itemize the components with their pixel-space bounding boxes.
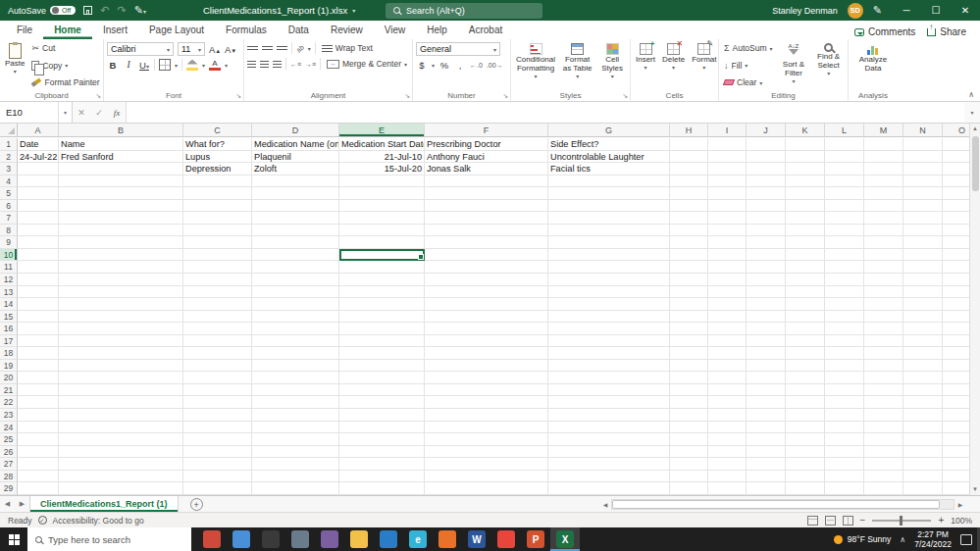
cell-N29[interactable] <box>903 482 943 495</box>
cell-B5[interactable] <box>59 187 183 200</box>
cell-B14[interactable] <box>59 298 183 311</box>
cell-B11[interactable] <box>59 261 183 274</box>
cell-E1[interactable]: Medication Start Date <box>339 138 425 151</box>
cell-E2[interactable]: 21-Jul-10 <box>339 151 425 164</box>
cell-J5[interactable] <box>747 187 786 200</box>
cell-A28[interactable] <box>18 471 59 483</box>
column-header-K[interactable]: K <box>786 124 825 136</box>
cell-J8[interactable] <box>747 225 786 237</box>
cell-F16[interactable] <box>425 323 548 335</box>
cell-D7[interactable] <box>252 212 339 225</box>
cell-L3[interactable] <box>825 163 864 175</box>
page-break-view-button[interactable] <box>843 516 853 526</box>
cell-B12[interactable] <box>59 274 183 286</box>
cell-G3[interactable]: Facial tics <box>548 163 670 175</box>
cell-E20[interactable] <box>339 372 425 384</box>
taskbar-app-excel[interactable]: X <box>550 527 580 551</box>
cell-C19[interactable] <box>183 360 252 373</box>
cell-B7[interactable] <box>59 212 183 225</box>
cell-E16[interactable] <box>339 323 425 335</box>
taskbar-app-word[interactable]: W <box>462 527 491 551</box>
cell-L9[interactable] <box>825 236 864 249</box>
cell-A27[interactable] <box>18 458 59 471</box>
cell-I8[interactable] <box>708 225 747 237</box>
cell-A3[interactable] <box>18 163 59 175</box>
cell-G28[interactable] <box>548 471 670 483</box>
cell-E6[interactable] <box>339 200 425 213</box>
cell-F1[interactable]: Prescribing Doctor <box>425 138 548 151</box>
cell-D9[interactable] <box>252 236 339 249</box>
cell-D6[interactable] <box>252 200 339 213</box>
cell-L4[interactable] <box>825 175 864 188</box>
cell-N24[interactable] <box>903 422 943 434</box>
cell-D24[interactable] <box>252 422 339 434</box>
notification-center-icon[interactable] <box>960 534 972 545</box>
cell-H2[interactable] <box>670 151 708 164</box>
cell-E26[interactable] <box>339 446 425 459</box>
cell-D4[interactable] <box>252 175 339 188</box>
cell-M25[interactable] <box>864 433 903 446</box>
cell-B8[interactable] <box>59 225 183 237</box>
cell-I9[interactable] <box>708 236 747 249</box>
delete-cells-button[interactable]: ✕ Delete▾ <box>660 42 687 88</box>
cell-F12[interactable] <box>425 274 548 286</box>
cell-N14[interactable] <box>903 298 943 311</box>
cell-D21[interactable] <box>252 384 339 397</box>
format-cells-button[interactable]: ✎ Format▾ <box>690 42 718 88</box>
cell-A9[interactable] <box>18 236 59 249</box>
cell-N7[interactable] <box>903 212 943 225</box>
sheet-nav-left-icon[interactable]: ◀ <box>0 496 15 512</box>
cell-I15[interactable] <box>708 311 747 324</box>
cell-G23[interactable] <box>548 409 670 422</box>
cell-K13[interactable] <box>786 286 825 299</box>
cell-M18[interactable] <box>864 347 903 360</box>
maximize-button[interactable]: ☐ <box>921 0 951 21</box>
cell-M27[interactable] <box>864 458 903 471</box>
cell-I28[interactable] <box>708 471 747 483</box>
cell-E18[interactable] <box>339 347 425 360</box>
cell-L15[interactable] <box>825 311 864 324</box>
cell-H20[interactable] <box>670 372 708 384</box>
row-header-8[interactable]: 8 <box>0 225 18 237</box>
weather-widget[interactable]: 98°F Sunny <box>834 534 892 544</box>
cell-A2[interactable]: 24-Jul-22 <box>18 151 59 164</box>
cell-N16[interactable] <box>903 323 943 335</box>
cell-N26[interactable] <box>903 446 943 459</box>
cell-L8[interactable] <box>825 225 864 237</box>
column-header-I[interactable]: I <box>708 124 747 136</box>
expand-formula-bar-icon[interactable]: ▾ <box>964 102 980 123</box>
cell-L21[interactable] <box>825 384 864 397</box>
cell-G14[interactable] <box>548 298 670 311</box>
cell-E17[interactable] <box>339 335 425 348</box>
cell-H12[interactable] <box>670 274 708 286</box>
cell-G17[interactable] <box>548 335 670 348</box>
cell-J19[interactable] <box>747 360 786 373</box>
row-header-28[interactable]: 28 <box>0 471 18 483</box>
accessibility-status[interactable]: Accessibility: Good to go <box>53 516 144 526</box>
zoom-out-button[interactable]: − <box>860 516 866 526</box>
cell-L10[interactable] <box>825 249 864 262</box>
cell-D16[interactable] <box>252 323 339 335</box>
row-header-16[interactable]: 16 <box>0 323 18 335</box>
cell-B29[interactable] <box>59 482 183 495</box>
taskbar-app-people[interactable] <box>227 527 256 551</box>
orientation-button[interactable]: ab <box>295 43 305 53</box>
name-box[interactable]: E10 <box>0 102 59 123</box>
cell-K23[interactable] <box>786 409 825 422</box>
cell-B28[interactable] <box>59 471 183 483</box>
cell-I25[interactable] <box>708 433 747 446</box>
cell-M24[interactable] <box>864 422 903 434</box>
column-header-N[interactable]: N <box>903 124 943 136</box>
cell-I13[interactable] <box>708 286 747 299</box>
cell-M5[interactable] <box>864 187 903 200</box>
share-button[interactable]: Share <box>927 26 966 37</box>
cell-J6[interactable] <box>747 200 786 213</box>
zoom-level[interactable]: 100% <box>951 516 972 526</box>
cell-N28[interactable] <box>903 471 943 483</box>
cell-C29[interactable] <box>183 482 252 495</box>
sheet-tab-active[interactable]: ClientMedications1_Report (1) <box>29 496 179 512</box>
row-header-18[interactable]: 18 <box>0 347 18 360</box>
cell-J24[interactable] <box>747 422 786 434</box>
cell-E12[interactable] <box>339 274 425 286</box>
cell-L11[interactable] <box>825 261 864 274</box>
